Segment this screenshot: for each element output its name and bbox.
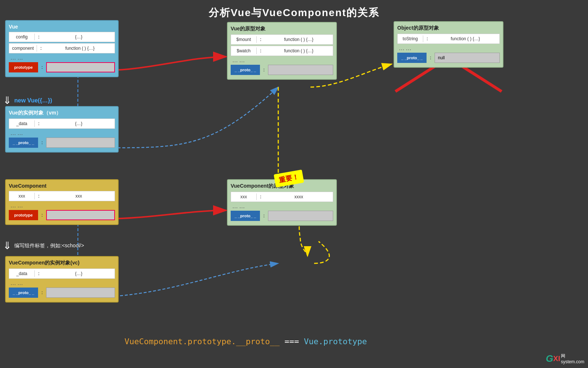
vc-proto-dots: …… [231, 203, 333, 210]
vc-instance-proto-value [46, 288, 115, 298]
watermark: G XI 网system.com [546, 353, 584, 364]
vue-config-value: {…} [43, 34, 115, 40]
vue-box-title: Vue [9, 24, 115, 30]
vc-instance-proto-label: _ _proto_ _ [9, 288, 38, 298]
vue-proto-box: Vue的原型对象 $mount ： function ( ) {…} $watc… [227, 22, 337, 80]
object-proto-dots: …… [397, 45, 500, 52]
vc-proto-proto-value [268, 211, 333, 221]
object-proto-box: Object的原型对象 toString ： function ( ) {…} … [394, 21, 503, 68]
object-proto-proto-row: _ _proto_ _ ： null [397, 53, 500, 63]
vc-instance-data-value: {…} [43, 270, 115, 277]
vue-proto-mount-value: function ( ) {…} [265, 36, 333, 43]
vc-instance-dots: …… [9, 280, 115, 286]
watermark-g: G [546, 353, 553, 364]
page-title: 分析Vue与VueComponent的关系 [0, 0, 588, 20]
vue-instance-data-row: _data ： {…} [9, 119, 115, 129]
vue-instance-title: Vue的实例对象（vm） [9, 110, 115, 116]
eq-equals: === [284, 337, 304, 346]
vue-prototype-row: prototype ： [9, 62, 115, 72]
new-vue-text: new Vue({…}) [14, 97, 52, 104]
vue-box: Vue config ： {…} component ： function ( … [5, 20, 119, 77]
vue-proto-proto-row: _ _proto_ _ ： [231, 65, 333, 75]
vue-component-row: component ： function ( ) {…} [9, 43, 115, 53]
vc-proto-proto-label: _ _proto_ _ [231, 211, 260, 221]
object-proto-box-title: Object的原型对象 [397, 25, 500, 31]
vc-proto-proto-row: _ _proto_ _ ： [231, 211, 333, 221]
watermark-xi: XI [553, 354, 560, 363]
watermark-net: 网system.com [561, 353, 584, 364]
vue-config-row: config ： {…} [9, 32, 115, 42]
vc-instance-data-key: _data [9, 270, 35, 277]
object-proto-null-value: null [435, 53, 500, 63]
vue-proto-mount-key: $mount [231, 36, 257, 43]
object-proto-tostring-value: function ( ) {…} [431, 35, 499, 42]
new-vue-label: ⇓ new Vue({…}) [3, 94, 52, 106]
vue-instance-proto-label: _ _proto_ _ [9, 138, 38, 148]
vue-instance-proto-value [46, 138, 115, 148]
vue-proto-watch-key: $watch [231, 48, 257, 54]
vc-xxx-row: xxx ： xxx [9, 191, 115, 201]
vue-component-box-title: VueComponent [9, 183, 115, 189]
vue-proto-proto-label: _ _proto_ _ [231, 65, 260, 75]
equation: VueComponent.prototype.__proto__ === Vue… [124, 337, 367, 346]
eq-orange-part: VueComponent.prototype.__proto__ [124, 337, 280, 346]
vue-proto-mount-row: $mount ： function ( ) {…} [231, 34, 333, 45]
vue-proto-watch-row: $watch ： function ( ) {…} [231, 46, 333, 56]
vc-instance-proto-row: _ _proto_ _ ： [9, 288, 115, 298]
object-proto-label: _ _proto_ _ [397, 53, 427, 63]
vc-instance-title: VueComponen的实例对象(vc) [9, 260, 115, 266]
vue-component-value: function ( ) {…} [45, 45, 115, 52]
vue-proto-box-title: Vue的原型对象 [231, 26, 333, 32]
vue-config-key: config [9, 34, 35, 40]
vue-prototype-label: prototype [9, 62, 38, 72]
vue-instance-proto-row: _ _proto_ _ ： [9, 138, 115, 148]
vc-prototype-label: prototype [9, 210, 38, 220]
vue-dots: …… [9, 55, 115, 61]
vc-xxx-key: xxx [9, 193, 35, 199]
vc-prototype-value [46, 210, 115, 220]
vue-proto-watch-value: function ( ) {…} [265, 48, 333, 54]
vue-instance-data-key: _data [9, 120, 35, 127]
vc-proto-xxx-row: xxx ： xxxx [231, 192, 333, 202]
vc-proto-xxx-key: xxx [231, 194, 257, 200]
write-down-arrow-icon: ⇓ [3, 240, 11, 252]
down-arrow-icon: ⇓ [3, 94, 11, 106]
vue-proto-proto-value [268, 65, 333, 75]
vue-component-key: component [9, 45, 37, 52]
vue-proto-dots: …… [231, 57, 333, 64]
vc-prototype-row: prototype ： [9, 210, 115, 220]
eq-blue-part: Vue.prototype [304, 337, 367, 346]
vue-instance-dots: …… [9, 130, 115, 136]
vc-instance-box: VueComponen的实例对象(vc) _data ： {…} …… _ _p… [5, 256, 119, 303]
vc-proto-xxx-value: xxxx [265, 194, 333, 200]
write-component-text: 编写组件标签，例如:<school/> [14, 243, 84, 249]
vc-xxx-value: xxx [43, 193, 115, 199]
vc-dots: …… [9, 202, 115, 209]
vue-instance-box: Vue的实例对象（vm） _data ： {…} …… _ _proto_ _ … [5, 106, 119, 153]
vue-instance-data-value: {…} [43, 120, 115, 127]
object-proto-tostring-key: toString [398, 35, 423, 42]
write-component-label: ⇓ 编写组件标签，例如:<school/> [3, 240, 84, 252]
object-proto-tostring-row: toString ： function ( ) {…} [397, 34, 500, 44]
vc-instance-data-row: _data ： {…} [9, 269, 115, 279]
vue-prototype-value [46, 62, 115, 72]
vue-component-box: VueComponent xxx ： xxx …… prototype ： [5, 179, 119, 225]
